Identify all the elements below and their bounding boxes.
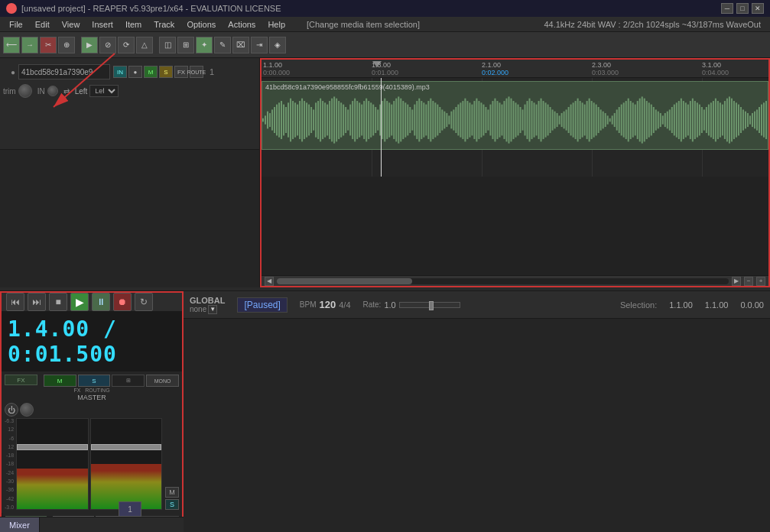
- empty-arrange-area[interactable]: [262, 177, 768, 275]
- menu-actions[interactable]: Actions: [222, 17, 262, 32]
- svg-rect-36: [345, 107, 346, 133]
- master-m-strip-btn[interactable]: M: [165, 487, 179, 498]
- zoom-plus-btn[interactable]: +: [756, 277, 765, 286]
- toolbar-btn-13[interactable]: ⌧: [232, 37, 249, 54]
- global-value: none: [190, 305, 206, 313]
- toolbar-btn-11[interactable]: ✦: [196, 37, 213, 54]
- go-end-button[interactable]: ⏭: [28, 293, 46, 311]
- play-button[interactable]: ▶: [70, 293, 89, 311]
- global-dropdown-btn[interactable]: ▼: [208, 305, 217, 314]
- toolbar-btn-14[interactable]: ⇥: [251, 37, 268, 54]
- menu-file[interactable]: File: [3, 17, 29, 32]
- track-content[interactable]: 41bcd58c91a7390e958855fc9fb61559(4015389…: [262, 78, 768, 177]
- toolbar-btn-12[interactable]: ✎: [214, 37, 231, 54]
- svg-rect-118: [534, 102, 535, 137]
- menu-edit[interactable]: Edit: [29, 17, 56, 32]
- master-fader-tracks[interactable]: [16, 418, 162, 510]
- master-routing-btn[interactable]: ⊞: [112, 375, 145, 387]
- record-button[interactable]: ⏺: [113, 293, 132, 311]
- go-start-button[interactable]: ⏮: [6, 293, 24, 311]
- track-name-input[interactable]: [18, 64, 110, 79]
- master-s-btn[interactable]: S: [78, 375, 111, 387]
- title-bar: [unsaved project] - REAPER v5.93pre1/x64…: [0, 0, 770, 17]
- master-fx-btn[interactable]: FX: [5, 375, 37, 385]
- track-m-btn[interactable]: M: [144, 66, 158, 78]
- svg-rect-190: [699, 105, 700, 136]
- menu-view[interactable]: View: [56, 17, 86, 32]
- track-s-btn[interactable]: S: [159, 66, 173, 78]
- pan-select[interactable]: Left Center Right: [89, 85, 119, 97]
- svg-rect-43: [361, 105, 362, 136]
- stop-button[interactable]: ■: [49, 293, 67, 311]
- svg-rect-102: [496, 101, 498, 139]
- audio-clip[interactable]: 41bcd58c91a7390e958855fc9fb61559(4015389…: [262, 81, 768, 150]
- master-m-btn[interactable]: M: [44, 375, 76, 387]
- menu-insert[interactable]: Insert: [86, 17, 119, 32]
- mixer-tab[interactable]: Mixer: [0, 517, 40, 533]
- arrange-view[interactable]: 1.1.00 0:00.000 1.3.00 0:01.000 2.1.00 0…: [260, 58, 770, 287]
- master-s-strip-btn[interactable]: S: [165, 499, 179, 510]
- svg-rect-62: [404, 102, 406, 137]
- toolbar-btn-15[interactable]: ◈: [269, 37, 286, 54]
- svg-rect-75: [434, 102, 436, 137]
- menu-options[interactable]: Options: [180, 17, 222, 32]
- svg-rect-71: [425, 105, 427, 136]
- master-knob[interactable]: [20, 403, 34, 417]
- track-out-btn[interactable]: ●: [128, 66, 142, 78]
- svg-rect-178: [671, 107, 673, 133]
- svg-rect-93: [476, 99, 477, 142]
- scrollbar-thumb[interactable]: [277, 278, 412, 284]
- menu-track[interactable]: Track: [148, 17, 180, 32]
- svg-rect-37: [347, 109, 349, 130]
- toolbar-btn-10[interactable]: ⊞: [177, 37, 194, 54]
- svg-rect-204: [731, 99, 733, 142]
- scrollbar-track[interactable]: [277, 278, 729, 284]
- svg-rect-24: [317, 101, 319, 139]
- svg-rect-31: [333, 96, 335, 143]
- svg-rect-140: [584, 105, 586, 136]
- menu-item[interactable]: Item: [119, 17, 148, 32]
- minimize-button[interactable]: ─: [721, 3, 733, 14]
- svg-rect-146: [598, 107, 599, 133]
- toolbar-btn-5[interactable]: ▶: [81, 37, 98, 54]
- timeline-ruler: 1.1.00 0:00.000 1.3.00 0:01.000 2.1.00 0…: [262, 60, 768, 78]
- trim-knob[interactable]: [18, 84, 32, 98]
- toolbar-btn-4[interactable]: ⊕: [58, 37, 75, 54]
- toolbar-btn-7[interactable]: ⟳: [118, 37, 135, 54]
- svg-rect-50: [377, 109, 379, 130]
- maximize-button[interactable]: □: [736, 3, 749, 14]
- rate-slider[interactable]: [399, 302, 460, 308]
- pause-button[interactable]: ⏸: [92, 293, 110, 311]
- svg-rect-115: [527, 101, 528, 139]
- arrange-scrollbar[interactable]: ◀ ▶ − +: [262, 275, 768, 286]
- toolbar-btn-9[interactable]: ◫: [159, 37, 176, 54]
- svg-rect-131: [564, 112, 565, 129]
- toolbar-btn-3[interactable]: ✂: [40, 37, 57, 54]
- svg-rect-90: [469, 102, 470, 137]
- svg-rect-21: [310, 107, 312, 133]
- svg-rect-63: [407, 105, 408, 136]
- master-ms-btns: M S: [165, 418, 179, 510]
- svg-rect-105: [503, 101, 505, 139]
- svg-rect-2: [267, 112, 268, 129]
- close-button[interactable]: ✕: [752, 3, 764, 14]
- master-mono-btn[interactable]: MONO: [146, 375, 179, 387]
- toolbar-btn-6[interactable]: ⊘: [99, 37, 116, 54]
- in-knob[interactable]: [47, 86, 58, 96]
- toolbar-btn-1[interactable]: ⟵: [3, 37, 20, 54]
- menu-help[interactable]: Help: [262, 17, 291, 32]
- global-section: GLOBAL none ▼: [190, 296, 225, 314]
- scroll-left-btn[interactable]: ◀: [265, 277, 274, 286]
- master-power-btn[interactable]: ⏻: [5, 403, 18, 417]
- zoom-minus-btn[interactable]: −: [744, 277, 753, 286]
- loop-button[interactable]: ↻: [135, 293, 153, 311]
- svg-rect-153: [614, 113, 616, 127]
- scroll-right-btn[interactable]: ▶: [732, 277, 741, 286]
- toolbar-btn-2[interactable]: →: [21, 37, 38, 54]
- track-in-btn[interactable]: IN: [113, 66, 127, 78]
- svg-rect-159: [628, 99, 629, 142]
- track-route-btn[interactable]: ROUTE: [190, 66, 203, 78]
- rate-thumb[interactable]: [429, 301, 434, 310]
- toolbar-btn-8[interactable]: △: [136, 37, 153, 54]
- track-fx-btn[interactable]: FX: [174, 66, 188, 78]
